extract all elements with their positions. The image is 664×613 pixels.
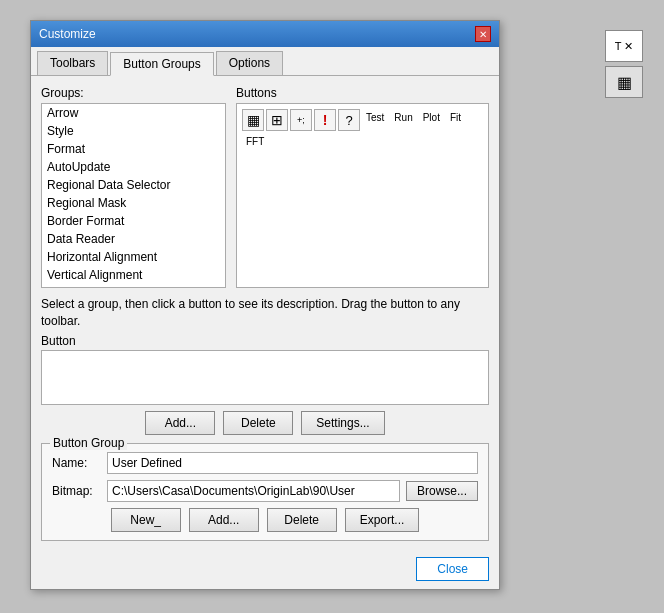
new-button[interactable]: New_ xyxy=(111,508,181,532)
side-panel: T ✕ ▦ xyxy=(584,0,664,613)
grid2-icon-btn[interactable]: ⊞ xyxy=(266,109,288,131)
grid-icon: ▦ xyxy=(247,112,260,128)
delete-button[interactable]: Delete xyxy=(223,411,293,435)
grid2-icon: ⊞ xyxy=(271,112,283,128)
side-box-1-text: T ✕ xyxy=(615,40,634,53)
list-item[interactable]: Border Format xyxy=(42,212,225,230)
description-section: Select a group, then click a button to s… xyxy=(41,296,489,330)
tab-options[interactable]: Options xyxy=(216,51,283,75)
list-item[interactable]: Arrow xyxy=(42,104,225,122)
description-text: Select a group, then click a button to s… xyxy=(41,296,489,330)
list-item[interactable]: AutoUpdate xyxy=(42,158,225,176)
group-add-button[interactable]: Add... xyxy=(189,508,259,532)
question-btn[interactable]: ? xyxy=(338,109,360,131)
red-bang-btn[interactable]: ! xyxy=(314,109,336,131)
run-btn[interactable]: Run xyxy=(390,109,416,131)
list-item[interactable]: Data Reader xyxy=(42,230,225,248)
plus-cross-btn[interactable]: +; xyxy=(290,109,312,131)
bitmap-input[interactable] xyxy=(107,480,400,502)
settings-button[interactable]: Settings... xyxy=(301,411,384,435)
close-button[interactable]: Close xyxy=(416,557,489,581)
list-item[interactable]: Format xyxy=(42,140,225,158)
button-box-label: Button xyxy=(41,334,489,348)
button-group-title: Button Group xyxy=(50,436,127,450)
list-item[interactable]: Regional Mask xyxy=(42,194,225,212)
buttons-area: ▦ ⊞ +; ! ? Test Run Plo xyxy=(236,103,489,288)
fit-btn[interactable]: Fit xyxy=(446,109,465,131)
red-bang-icon: ! xyxy=(323,112,328,128)
customize-dialog: Customize ✕ Toolbars Button Groups Optio… xyxy=(30,20,500,590)
side-box-2[interactable]: ▦ xyxy=(605,66,643,98)
btn-row-actions: Add... Delete Settings... xyxy=(41,411,489,435)
bitmap-label: Bitmap: xyxy=(52,484,107,498)
buttons-label: Buttons xyxy=(236,86,489,100)
add-button[interactable]: Add... xyxy=(145,411,215,435)
button-box xyxy=(41,350,489,405)
tab-button-groups[interactable]: Button Groups xyxy=(110,52,213,76)
tab-toolbars[interactable]: Toolbars xyxy=(37,51,108,75)
plus-cross-icon: +; xyxy=(297,115,305,125)
grid-icon-btn[interactable]: ▦ xyxy=(242,109,264,131)
groups-list: Arrow Style Format AutoUpdate Regional D… xyxy=(42,104,225,288)
bottom-btn-row: New_ Add... Delete Export... xyxy=(52,508,478,532)
name-input[interactable] xyxy=(107,452,478,474)
close-btn-row: Close xyxy=(31,551,499,589)
list-item[interactable]: Regional Data Selector xyxy=(42,176,225,194)
list-item[interactable]: Style xyxy=(42,122,225,140)
tabs-bar: Toolbars Button Groups Options xyxy=(31,47,499,76)
dialog-title: Customize xyxy=(39,27,96,41)
groups-label: Groups: xyxy=(41,86,226,100)
titlebar: Customize ✕ xyxy=(31,21,499,47)
list-item[interactable]: Vertical Alignment xyxy=(42,266,225,284)
list-item[interactable]: Horizontal Alignment xyxy=(42,248,225,266)
browse-button[interactable]: Browse... xyxy=(406,481,478,501)
test-btn[interactable]: Test xyxy=(362,109,388,131)
export-button[interactable]: Export... xyxy=(345,508,420,532)
name-field-row: Name: xyxy=(52,452,478,474)
fft-btn[interactable]: FFT xyxy=(242,133,268,150)
close-x-button[interactable]: ✕ xyxy=(475,26,491,42)
list-item[interactable]: Database Access xyxy=(42,284,225,288)
side-box-1[interactable]: T ✕ xyxy=(605,30,643,62)
name-label: Name: xyxy=(52,456,107,470)
question-icon: ? xyxy=(345,113,352,128)
bitmap-field-row: Bitmap: Browse... xyxy=(52,480,478,502)
plot-btn[interactable]: Plot xyxy=(419,109,444,131)
groups-listbox[interactable]: Arrow Style Format AutoUpdate Regional D… xyxy=(41,103,226,288)
side-box-2-text: ▦ xyxy=(617,73,632,92)
group-delete-button[interactable]: Delete xyxy=(267,508,337,532)
